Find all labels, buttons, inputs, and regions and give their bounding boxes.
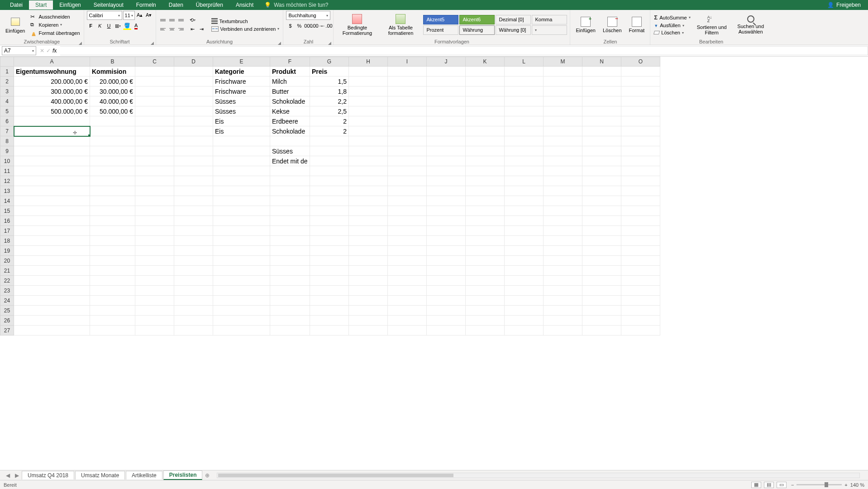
cell-M15[interactable] bbox=[544, 206, 582, 216]
cell-K13[interactable] bbox=[466, 186, 505, 196]
cell-O21[interactable] bbox=[621, 266, 660, 276]
col-header-E[interactable]: E bbox=[213, 57, 270, 67]
cell-H14[interactable] bbox=[349, 196, 388, 206]
cell-O4[interactable] bbox=[621, 96, 660, 106]
cell-G23[interactable] bbox=[310, 286, 349, 296]
cell-C8[interactable] bbox=[135, 136, 174, 146]
style-prozent[interactable]: Prozent bbox=[423, 25, 458, 35]
cell-F6[interactable]: Erdbeere bbox=[270, 116, 310, 126]
cell-H8[interactable] bbox=[349, 136, 388, 146]
cell-B27[interactable] bbox=[90, 326, 135, 336]
cell-I10[interactable] bbox=[388, 156, 427, 166]
cell-J17[interactable] bbox=[427, 226, 466, 236]
cell-M3[interactable] bbox=[544, 86, 582, 96]
cell-J7[interactable] bbox=[427, 126, 466, 136]
cell-L22[interactable] bbox=[505, 276, 544, 286]
cell-H21[interactable] bbox=[349, 266, 388, 276]
name-box[interactable]: A7▾ bbox=[2, 46, 36, 55]
cell-I5[interactable] bbox=[388, 106, 427, 116]
cell-B6[interactable] bbox=[90, 116, 135, 126]
cell-C5[interactable] bbox=[135, 106, 174, 116]
cell-M22[interactable] bbox=[544, 276, 582, 286]
cell-D24[interactable] bbox=[174, 296, 213, 306]
cell-E12[interactable] bbox=[213, 176, 270, 186]
cell-D18[interactable] bbox=[174, 236, 213, 246]
cell-I15[interactable] bbox=[388, 206, 427, 216]
row-header-26[interactable]: 26 bbox=[0, 316, 14, 326]
cell-L10[interactable] bbox=[505, 156, 544, 166]
row-header-22[interactable]: 22 bbox=[0, 276, 14, 286]
cell-I26[interactable] bbox=[388, 316, 427, 326]
cell-O23[interactable] bbox=[621, 286, 660, 296]
cell-A1[interactable]: Eigentumswohnung bbox=[14, 67, 90, 77]
row-header-1[interactable]: 1 bbox=[0, 67, 14, 77]
cell-M13[interactable] bbox=[544, 186, 582, 196]
cell-B23[interactable] bbox=[90, 286, 135, 296]
row-header-25[interactable]: 25 bbox=[0, 306, 14, 316]
cell-D17[interactable] bbox=[174, 226, 213, 236]
cell-O10[interactable] bbox=[621, 156, 660, 166]
cell-A22[interactable] bbox=[14, 276, 90, 286]
row-header-16[interactable]: 16 bbox=[0, 216, 14, 226]
cell-G1[interactable]: Preis bbox=[310, 67, 349, 77]
font-size-dropdown[interactable]: 11▾ bbox=[123, 11, 135, 20]
cell-A8[interactable] bbox=[14, 136, 90, 146]
cell-B9[interactable] bbox=[90, 146, 135, 156]
cell-N16[interactable] bbox=[582, 216, 621, 226]
cell-E3[interactable]: Frischware bbox=[213, 86, 270, 96]
col-header-B[interactable]: B bbox=[90, 57, 135, 67]
cell-E7[interactable]: Eis bbox=[213, 126, 270, 136]
cell-L27[interactable] bbox=[505, 326, 544, 336]
cell-A14[interactable] bbox=[14, 196, 90, 206]
cell-I6[interactable] bbox=[388, 116, 427, 126]
cell-B1[interactable]: Kommision bbox=[90, 67, 135, 77]
cell-K12[interactable] bbox=[466, 176, 505, 186]
cell-I21[interactable] bbox=[388, 266, 427, 276]
col-header-K[interactable]: K bbox=[466, 57, 505, 67]
cell-O27[interactable] bbox=[621, 326, 660, 336]
cell-E13[interactable] bbox=[213, 186, 270, 196]
cell-O26[interactable] bbox=[621, 316, 660, 326]
sheet-tab-0[interactable]: Umsatz Q4 2018 bbox=[22, 471, 74, 479]
cell-L20[interactable] bbox=[505, 256, 544, 266]
cell-G14[interactable] bbox=[310, 196, 349, 206]
cell-E20[interactable] bbox=[213, 256, 270, 266]
cell-G6[interactable]: 2 bbox=[310, 116, 349, 126]
format-as-table-button[interactable]: Als Tabelle formatieren bbox=[380, 13, 421, 37]
cell-H5[interactable] bbox=[349, 106, 388, 116]
cell-M2[interactable] bbox=[544, 77, 582, 86]
cell-J8[interactable] bbox=[427, 136, 466, 146]
cell-I16[interactable] bbox=[388, 216, 427, 226]
cell-E26[interactable] bbox=[213, 316, 270, 326]
cell-L8[interactable] bbox=[505, 136, 544, 146]
clear-button[interactable]: Löschen▾ bbox=[653, 29, 691, 36]
cell-J2[interactable] bbox=[427, 77, 466, 86]
cell-C14[interactable] bbox=[135, 196, 174, 206]
cell-H23[interactable] bbox=[349, 286, 388, 296]
cell-M24[interactable] bbox=[544, 296, 582, 306]
cell-D21[interactable] bbox=[174, 266, 213, 276]
style-akzent6[interactable]: Akzent6 bbox=[459, 15, 495, 24]
cell-D15[interactable] bbox=[174, 206, 213, 216]
cell-M23[interactable] bbox=[544, 286, 582, 296]
cell-L25[interactable] bbox=[505, 306, 544, 316]
cell-L7[interactable] bbox=[505, 126, 544, 136]
cell-M9[interactable] bbox=[544, 146, 582, 156]
dialog-launcher-icon[interactable]: ◢ bbox=[278, 41, 281, 45]
cell-C6[interactable] bbox=[135, 116, 174, 126]
cell-K16[interactable] bbox=[466, 216, 505, 226]
cell-D9[interactable] bbox=[174, 146, 213, 156]
cell-D23[interactable] bbox=[174, 286, 213, 296]
cell-O16[interactable] bbox=[621, 216, 660, 226]
insert-cells-button[interactable]: Einfügen bbox=[573, 16, 598, 34]
style-dezimal[interactable]: Dezimal [0] bbox=[496, 15, 531, 24]
row-header-14[interactable]: 14 bbox=[0, 196, 14, 206]
cell-A25[interactable] bbox=[14, 306, 90, 316]
row-header-5[interactable]: 5 bbox=[0, 106, 14, 116]
cell-H15[interactable] bbox=[349, 206, 388, 216]
cell-K4[interactable] bbox=[466, 96, 505, 106]
cell-E24[interactable] bbox=[213, 296, 270, 306]
cell-G17[interactable] bbox=[310, 226, 349, 236]
fill-button[interactable]: Ausfüllen▾ bbox=[653, 22, 691, 29]
cell-M7[interactable] bbox=[544, 126, 582, 136]
